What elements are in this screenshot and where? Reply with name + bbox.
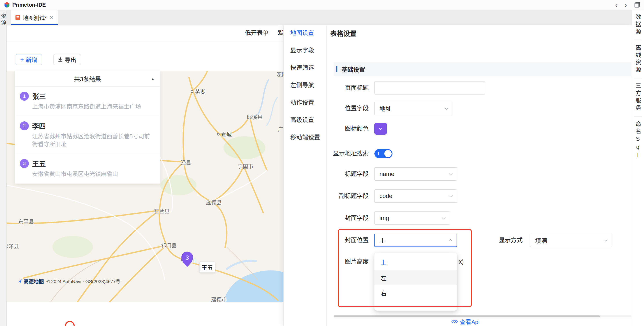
forward-icon[interactable]: ›	[621, 0, 630, 9]
result-item[interactable]: 1 张三 上海市黄浦区南京东路街道上海来福士广场	[15, 86, 160, 116]
result-index-badge: 3	[20, 159, 29, 168]
chevron-down-icon	[442, 216, 446, 220]
field-label: 封面字段	[327, 212, 369, 225]
app-title: Primeton-IDE	[12, 2, 46, 8]
right-rail: 数据源 离线资源 三方服务 命名Sql	[632, 10, 644, 326]
map-marker-label[interactable]: 王五	[199, 262, 215, 273]
field-label: 封面位置	[327, 234, 369, 247]
rail-item-datasource[interactable]: 数据源	[634, 12, 642, 38]
results-header[interactable]: 共3条结果 ▲	[15, 71, 160, 86]
map-attribution: 高德地图 © 2024 AutoNavi - GS(2023)4677号	[17, 277, 120, 285]
form-row-location-field: 位置字段 地址	[327, 102, 632, 115]
form-row-cover-position: 封面位置 上 显示方式 填满	[327, 234, 632, 247]
result-name: 张三	[32, 91, 141, 101]
rail-item-third-party-services[interactable]: 三方服务	[634, 81, 642, 114]
cover-position-dropdown: 上 左 右	[374, 253, 457, 310]
export-button[interactable]: 导出	[53, 54, 81, 65]
field-label: 显示方式	[490, 234, 523, 247]
map-city-label: 宣城	[217, 130, 232, 138]
chevron-down-icon	[449, 194, 452, 197]
section-title: 基础设置	[342, 65, 365, 74]
settings-body: 表格设置 基础设置 页面标题 位置字段	[327, 25, 632, 326]
form-row-image-height: 图片高度 x)	[327, 255, 632, 268]
chevron-down-icon	[449, 172, 452, 175]
select-value: 填满	[535, 236, 547, 245]
nav-item-display-fields[interactable]: 显示字段	[290, 46, 326, 55]
map-place-label: 建德市	[211, 295, 227, 302]
dropdown-option-right[interactable]: 右	[374, 285, 457, 301]
rail-item-named-sql[interactable]: 命名Sql	[634, 119, 642, 162]
result-index-badge: 1	[20, 92, 29, 101]
result-item[interactable]: 3 王五 安徽省黄山市屯溪区屯光镇麻雀山	[15, 154, 160, 184]
map-copyright: © 2024 AutoNavi - GS(2023)4677号	[46, 278, 120, 284]
preview-header-form-type: 低开表单	[245, 28, 269, 37]
address-search-toggle[interactable]	[374, 149, 392, 158]
amap-logo: 高德地图	[17, 277, 44, 285]
result-name: 李四	[32, 121, 155, 130]
subtitle-field-select[interactable]: code	[374, 190, 457, 203]
location-field-select[interactable]: 地址	[374, 102, 453, 115]
settings-nav: 地图设置 显示字段 快速筛选 左侧导航 动作设置 高级设置 移动端设置	[284, 25, 327, 326]
city-dot-icon	[217, 133, 220, 136]
result-address: 江苏省苏州市姑苏区沧浪街道西善长巷5号司前街看守所旧址	[32, 132, 155, 148]
rail-divider	[634, 40, 642, 40]
tab-map-test[interactable]: 地图测试* ×	[10, 10, 58, 25]
chevron-up-icon	[449, 239, 452, 243]
app-logo-icon	[4, 2, 10, 8]
nav-item-mobile-settings[interactable]: 移动端设置	[290, 133, 326, 142]
map-place-label: 泾县	[180, 158, 191, 166]
chevron-down-icon	[445, 106, 448, 110]
nav-item-action-settings[interactable]: 动作设置	[290, 98, 326, 107]
export-button-label: 导出	[65, 56, 76, 64]
result-body: 张三 上海市黄浦区南京东路街道上海来福士广场	[32, 91, 141, 111]
nav-item-left-nav[interactable]: 左侧导航	[290, 81, 326, 90]
nav-item-advanced-settings[interactable]: 高级设置	[290, 116, 326, 124]
cover-field-select[interactable]: img	[374, 212, 450, 225]
left-rail: 资源	[0, 10, 6, 326]
rail-divider	[634, 116, 642, 116]
result-item[interactable]: 2 李四 江苏省苏州市姑苏区沧浪街道西善长巷5号司前街看守所旧址	[15, 116, 160, 154]
form-row-subtitle-field: 副标题字段 code	[327, 190, 632, 203]
rail-item-offline-resources[interactable]: 离线资源	[634, 43, 642, 76]
title-field-select[interactable]: name	[374, 168, 457, 180]
collapse-caret-icon[interactable]: ▲	[151, 77, 154, 80]
restore-window-icon[interactable]	[634, 2, 640, 8]
annotation-circle-partial	[65, 321, 75, 326]
display-mode-select[interactable]: 填满	[530, 234, 612, 247]
result-address: 安徽省黄山市屯溪区屯光镇麻雀山	[32, 170, 118, 178]
select-value: 上	[380, 236, 386, 245]
map-place-label: 溧阳	[276, 71, 284, 78]
back-icon[interactable]: ‹	[612, 0, 621, 9]
resources-panel-tab[interactable]: 资源	[0, 14, 7, 326]
form-row-cover-field: 封面字段 img	[327, 212, 632, 225]
cover-position-select[interactable]: 上	[374, 234, 457, 247]
map-marker-pin[interactable]: 3	[181, 252, 194, 267]
form-file-icon	[15, 15, 20, 20]
section-accent-bar	[336, 66, 338, 72]
page-title-input[interactable]	[374, 81, 485, 94]
add-button[interactable]: + 新增	[16, 54, 42, 65]
tab-close-icon[interactable]: ×	[50, 14, 53, 20]
field-label: 页面标题	[327, 81, 369, 94]
field-label: 位置字段	[327, 102, 369, 115]
rail-divider	[634, 78, 642, 78]
map-place-label: 宁国市	[238, 162, 253, 170]
amap-logo-icon	[17, 278, 22, 284]
titlebar: Primeton-IDE ‹ ›	[0, 0, 644, 10]
results-summary: 共3条结果	[74, 74, 101, 83]
download-icon	[58, 57, 63, 62]
dropdown-option-left[interactable]: 左	[374, 270, 457, 285]
view-api-link[interactable]: 查看Api	[451, 318, 480, 326]
nav-item-quick-filter[interactable]: 快速筛选	[290, 64, 326, 72]
select-value: img	[380, 215, 389, 222]
icon-color-picker[interactable]	[374, 123, 387, 134]
map-city-label: 芜湖	[191, 88, 206, 96]
map-page-preview: 低开表单 默 + 新增 导出	[6, 25, 284, 326]
preview-header-divider	[6, 41, 284, 42]
map-place-label: 祁门县	[161, 242, 177, 249]
horizontal-scrollbar-thumb[interactable]	[334, 316, 600, 318]
nav-item-map-settings[interactable]: 地图设置	[290, 29, 326, 37]
dropdown-option-top[interactable]: 上	[374, 254, 457, 270]
select-value: name	[380, 171, 394, 178]
result-body: 王五 安徽省黄山市屯溪区屯光镇麻雀山	[32, 158, 118, 178]
